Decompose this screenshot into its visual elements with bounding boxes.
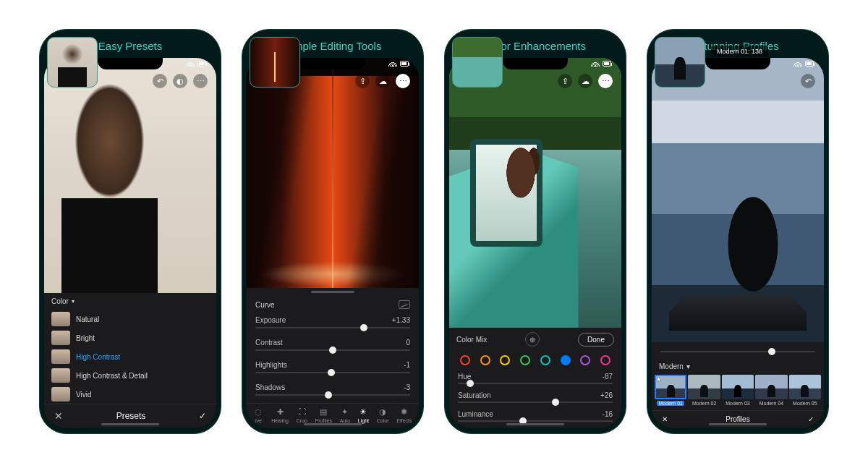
home-indicator <box>304 423 362 425</box>
preset-item[interactable]: Natural <box>44 310 216 328</box>
auto-icon: ✦ <box>340 407 350 417</box>
notch <box>98 58 163 69</box>
more-icon[interactable]: ⋯ <box>396 74 410 88</box>
profile-item[interactable]: Modern 02 <box>688 375 720 406</box>
star-icon: ★ <box>656 376 661 383</box>
swatch-yellow[interactable] <box>500 355 510 365</box>
cloud-icon[interactable]: ☁ <box>578 74 592 88</box>
selective-icon: ◌ <box>253 407 263 417</box>
edited-photo[interactable] <box>652 58 824 342</box>
swatch-orange[interactable] <box>480 355 490 365</box>
effects-icon: ✺ <box>399 407 409 417</box>
tool-profiles[interactable]: ▤Profiles <box>315 407 332 423</box>
cloud-icon[interactable]: ☁ <box>375 74 390 88</box>
preset-item-selected[interactable]: High Contrast <box>44 347 216 366</box>
presets-panel: Color ▾ Natural Bright High Contrast Hig… <box>44 293 216 428</box>
slider-contrast[interactable]: Contrast0 <box>247 336 419 358</box>
undo-icon[interactable]: ↶ <box>153 74 167 88</box>
before-thumbnail[interactable] <box>47 37 98 88</box>
chevron-down-icon: ▾ <box>72 298 75 305</box>
slider-shadows[interactable]: Shadows-3 <box>247 381 419 403</box>
before-thumbnail[interactable] <box>655 37 705 88</box>
home-indicator <box>101 423 159 425</box>
top-action-bar: ↶ <box>801 74 815 88</box>
more-icon[interactable]: ⋯ <box>598 74 613 88</box>
slider-knob[interactable] <box>329 347 336 354</box>
profile-badge: Modern 01: 138 <box>711 46 768 57</box>
preset-category-label: Color <box>51 297 69 305</box>
tool-crop[interactable]: ⛶Crop <box>297 407 307 423</box>
before-thumbnail[interactable] <box>452 37 503 88</box>
profile-item[interactable]: Modern 04 <box>755 375 787 406</box>
tool-selective[interactable]: ◌ive <box>253 407 263 423</box>
slider-saturation[interactable]: Saturation+26 <box>449 390 621 409</box>
screen: ⇪ ☁ ⋯ Curve Exposure+1.33 Contrast0 High… <box>247 58 419 428</box>
curve-row[interactable]: Curve <box>247 296 419 313</box>
curve-label: Curve <box>255 301 275 309</box>
preset-category[interactable]: Color ▾ <box>44 293 216 310</box>
more-icon[interactable]: ⋯ <box>193 74 208 88</box>
profile-group[interactable]: Modern ▾ <box>652 360 824 373</box>
slider-knob[interactable] <box>360 324 367 331</box>
slider-knob[interactable] <box>325 391 332 399</box>
swatch-magenta[interactable] <box>600 355 610 365</box>
profile-item[interactable]: Modern 05 <box>789 375 821 406</box>
status-bar <box>591 61 611 67</box>
tool-auto[interactable]: ✦Auto <box>340 407 350 423</box>
swatch-purple[interactable] <box>580 355 590 365</box>
screen: ↶ ◐ ⋯ Color ▾ Natural Bright High Contra… <box>44 58 216 428</box>
light-panel: Curve Exposure+1.33 Contrast0 Highlights… <box>247 288 419 428</box>
done-button[interactable]: Done <box>578 333 614 347</box>
preset-item[interactable]: Vivid <box>44 385 216 404</box>
undo-icon[interactable]: ↶ <box>801 74 815 88</box>
notch <box>300 58 365 69</box>
profile-strip: ★Modern 01 Modern 02 Modern 03 Modern 04… <box>652 373 824 410</box>
home-indicator <box>709 423 767 425</box>
target-picker-icon[interactable]: ⊕ <box>525 332 540 347</box>
swatch-blue-selected[interactable] <box>561 355 571 365</box>
edited-photo[interactable] <box>449 58 621 328</box>
preset-item[interactable]: Bright <box>44 328 216 347</box>
close-icon[interactable]: ✕ <box>54 410 63 422</box>
tool-effects[interactable]: ✺Effects <box>396 407 412 423</box>
profiles-panel: Modern ▾ ★Modern 01 Modern 02 Modern 03 … <box>652 342 824 428</box>
profile-item[interactable]: Modern 03 <box>722 375 754 406</box>
tool-color[interactable]: ◑Color <box>377 407 389 423</box>
intensity-slider[interactable] <box>652 342 824 360</box>
screen: ⇪ ☁ ⋯ Color Mix ⊕ Done <box>449 58 621 428</box>
tool-light[interactable]: ☀Light <box>358 407 369 423</box>
swatch-green[interactable] <box>520 355 530 365</box>
profile-item-selected[interactable]: ★Modern 01 <box>655 375 686 406</box>
slider-knob[interactable] <box>552 399 559 406</box>
swatch-red[interactable] <box>460 355 470 365</box>
photo-detail <box>669 285 807 331</box>
slider-knob[interactable] <box>328 369 335 376</box>
battery-icon <box>197 61 206 67</box>
adjust-icon[interactable]: ◐ <box>173 74 187 88</box>
slider-exposure[interactable]: Exposure+1.33 <box>247 313 419 336</box>
slider-highlights[interactable]: Highlights-1 <box>247 358 419 381</box>
top-action-bar: ⇪ ☁ ⋯ <box>355 74 410 88</box>
crop-icon: ⛶ <box>297 407 307 417</box>
slider-knob[interactable] <box>768 348 775 355</box>
confirm-icon[interactable]: ✓ <box>199 411 206 421</box>
close-icon[interactable]: ✕ <box>662 415 668 423</box>
wifi-icon <box>793 61 802 67</box>
swatch-aqua[interactable] <box>540 355 550 365</box>
edited-photo[interactable] <box>44 58 216 293</box>
screen: ↶ Modern ▾ ★Modern 01 Modern 02 Modern 0… <box>652 58 824 428</box>
share-icon[interactable]: ⇪ <box>558 74 572 88</box>
slider-knob[interactable] <box>467 380 474 387</box>
preset-item[interactable]: High Contrast & Detail <box>44 366 216 385</box>
slider-hue[interactable]: Hue-87 <box>449 371 621 390</box>
status-bar <box>186 61 206 67</box>
status-bar <box>388 61 409 67</box>
share-icon[interactable]: ⇪ <box>355 74 370 88</box>
chevron-down-icon: ▾ <box>686 362 690 370</box>
curve-icon <box>399 300 410 309</box>
edited-photo[interactable] <box>247 58 419 288</box>
tool-healing[interactable]: ✚Healing <box>271 407 289 423</box>
drag-handle[interactable] <box>311 291 354 293</box>
confirm-icon[interactable]: ✓ <box>808 415 814 423</box>
before-thumbnail[interactable] <box>250 37 300 88</box>
